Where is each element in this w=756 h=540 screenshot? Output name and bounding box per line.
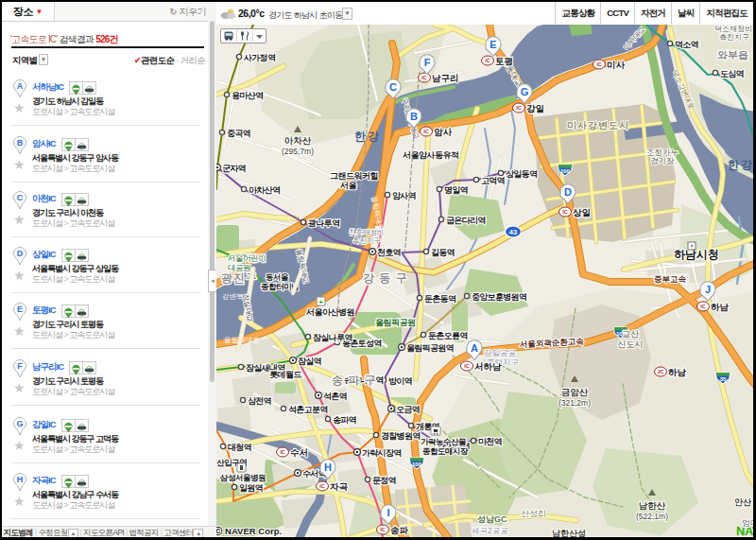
svg-text:방이역: 방이역 bbox=[388, 376, 413, 386]
svg-text:IC: IC bbox=[562, 209, 568, 215]
svg-text:J: J bbox=[705, 284, 711, 295]
svg-text:세곡2공공: 세곡2공공 bbox=[472, 526, 508, 535]
svg-text:(522,1m): (522,1m) bbox=[636, 512, 668, 521]
svg-text:가락시장역: 가락시장역 bbox=[362, 448, 402, 458]
svg-text:가락농수산물: 가락농수산물 bbox=[421, 437, 467, 446]
svg-text:(321,2m): (321,2m) bbox=[558, 398, 591, 408]
svg-text:G: G bbox=[16, 419, 23, 428]
svg-text:하남: 하남 bbox=[668, 367, 687, 377]
svg-text:그랜드워커힐: 그랜드워커힐 bbox=[330, 171, 379, 181]
svg-text:송파: 송파 bbox=[390, 525, 409, 535]
svg-text:미사강변도시: 미사강변도시 bbox=[567, 120, 629, 131]
svg-text:IC: IC bbox=[319, 483, 325, 489]
svg-text:안산: 안산 bbox=[734, 497, 752, 507]
svg-text:마천역: 마천역 bbox=[478, 437, 503, 446]
svg-text:삼전역: 삼전역 bbox=[248, 396, 272, 406]
svg-text:C: C bbox=[389, 81, 397, 93]
svg-text:강일: 강일 bbox=[526, 103, 544, 113]
svg-text:아차산: 아차산 bbox=[284, 135, 312, 146]
svg-text:E: E bbox=[490, 39, 496, 50]
svg-text:IC: IC bbox=[596, 61, 602, 67]
svg-text:E: E bbox=[17, 305, 23, 314]
svg-text:엄마: 엄마 bbox=[742, 518, 753, 528]
svg-text:감일공공: 감일공공 bbox=[484, 348, 516, 357]
svg-text:촉진지구: 촉진지구 bbox=[352, 236, 381, 245]
svg-text:산성리: 산성리 bbox=[521, 509, 546, 518]
svg-text:광나루역: 광나루역 bbox=[308, 218, 340, 228]
svg-text:아차산역: 아차산역 bbox=[249, 185, 281, 195]
svg-text:서하남: 서하남 bbox=[474, 361, 502, 372]
svg-text:신도시: 신도시 bbox=[618, 340, 644, 349]
svg-text:서울어린이: 서울어린이 bbox=[228, 253, 266, 263]
svg-text:송 파 구: 송 파 구 bbox=[332, 374, 377, 387]
svg-text:서울: 서울 bbox=[339, 181, 357, 190]
svg-text:F: F bbox=[424, 57, 431, 68]
svg-text:종합도매시장: 종합도매시장 bbox=[422, 446, 469, 456]
svg-text:H: H bbox=[17, 475, 24, 484]
svg-text:천호역: 천호역 bbox=[377, 248, 402, 257]
svg-text:미사: 미사 bbox=[607, 60, 626, 70]
svg-text:35: 35 bbox=[720, 376, 727, 382]
svg-text:자곡: 자곡 bbox=[330, 481, 349, 492]
svg-text:덕소재정비: 덕소재정비 bbox=[714, 25, 752, 33]
svg-text:잠실나루역: 잠실나루역 bbox=[313, 333, 352, 342]
svg-text:도심역: 도심역 bbox=[720, 69, 745, 78]
svg-text:덕소역: 덕소역 bbox=[675, 40, 699, 49]
svg-text:명일역: 명일역 bbox=[444, 185, 469, 195]
svg-text:수서: 수서 bbox=[290, 447, 308, 458]
svg-text:H: H bbox=[324, 462, 332, 473]
svg-text:상일동역: 상일동역 bbox=[506, 169, 538, 179]
svg-text:중앙보훈병원역: 중앙보훈병원역 bbox=[472, 292, 527, 302]
svg-text:IC: IC bbox=[280, 449, 285, 455]
svg-text:성남GC: 성남GC bbox=[477, 514, 507, 524]
svg-text:고덕역: 고덕역 bbox=[481, 176, 506, 185]
svg-text:IC: IC bbox=[421, 75, 427, 80]
svg-text:서울암사동유적: 서울암사동유적 bbox=[402, 150, 459, 160]
svg-text:와부읍: 와부읍 bbox=[717, 49, 748, 61]
svg-text:석촌역: 석촌역 bbox=[323, 392, 348, 401]
svg-text:하남시청: 하남시청 bbox=[674, 248, 719, 261]
svg-text:I: I bbox=[387, 507, 389, 518]
svg-text:상일: 상일 bbox=[573, 207, 591, 218]
svg-text:올림픽공원: 올림픽공원 bbox=[375, 318, 416, 327]
svg-text:석촌고분역: 석촌고분역 bbox=[288, 405, 328, 414]
svg-text:남한산: 남한산 bbox=[639, 500, 666, 511]
svg-text:암사: 암사 bbox=[434, 127, 453, 137]
svg-text:ⓒ NAVER Corp.: ⓒ NAVER Corp. bbox=[216, 526, 282, 536]
svg-text:사가정역: 사가정역 bbox=[243, 53, 276, 62]
svg-text:군자역: 군자역 bbox=[222, 164, 247, 173]
svg-text:대공원: 대공원 bbox=[228, 263, 250, 272]
svg-text:A: A bbox=[17, 81, 24, 91]
svg-text:JC: JC bbox=[657, 369, 663, 375]
svg-text:IC: IC bbox=[485, 58, 490, 63]
svg-text:D: D bbox=[17, 249, 24, 258]
svg-text:F: F bbox=[17, 361, 23, 371]
svg-text:문정역: 문정역 bbox=[372, 476, 397, 485]
svg-text:D: D bbox=[564, 186, 572, 198]
svg-text:강 동 구: 강 동 구 bbox=[363, 271, 408, 285]
svg-text:IC: IC bbox=[464, 363, 470, 369]
svg-text:송파역: 송파역 bbox=[333, 415, 357, 425]
svg-text:100: 100 bbox=[412, 462, 422, 467]
svg-text:43: 43 bbox=[509, 228, 517, 236]
svg-text:금암산: 금암산 bbox=[561, 387, 589, 397]
svg-text:IC: IC bbox=[380, 527, 386, 532]
svg-text:남구리: 남구리 bbox=[432, 73, 459, 83]
svg-text:대청역: 대청역 bbox=[228, 443, 252, 452]
svg-text:둔촌동역: 둔촌동역 bbox=[424, 294, 456, 304]
svg-text:용마산역: 용마산역 bbox=[232, 91, 264, 100]
svg-text:100: 100 bbox=[560, 168, 571, 174]
svg-text:(295,7m): (295,7m) bbox=[282, 147, 314, 156]
svg-text:촉진지구: 촉진지구 bbox=[719, 33, 749, 42]
svg-text:하남: 하남 bbox=[711, 302, 730, 312]
svg-text:길동역: 길동역 bbox=[431, 248, 455, 257]
svg-text:IC: IC bbox=[423, 129, 429, 134]
svg-text:IC: IC bbox=[516, 105, 522, 111]
svg-text:B: B bbox=[410, 111, 418, 122]
svg-text:서울아산병원: 서울아산병원 bbox=[305, 307, 355, 317]
svg-text:잠실역: 잠실역 bbox=[298, 357, 322, 366]
svg-text:IC: IC bbox=[700, 304, 706, 309]
svg-text:오금역: 오금역 bbox=[396, 405, 421, 414]
svg-text:C: C bbox=[17, 193, 24, 202]
svg-text:둔촌오륜역: 둔촌오륜역 bbox=[428, 331, 468, 340]
